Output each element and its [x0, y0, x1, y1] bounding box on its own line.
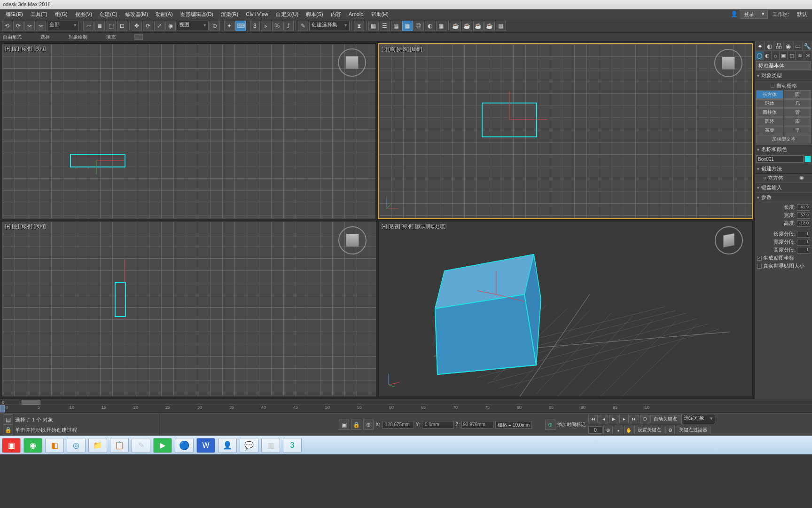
link-button[interactable]: ⫘: [24, 21, 35, 31]
obj-tube[interactable]: 管: [784, 108, 811, 117]
menu-tools[interactable]: 工具(T): [27, 10, 51, 19]
track-thumb[interactable]: [22, 400, 40, 405]
time-tag-icon[interactable]: ⊕: [545, 420, 555, 430]
viewport-front-label[interactable]: [+] [前] [标准] [线框]: [382, 46, 422, 53]
obj-torus[interactable]: 圆环: [756, 117, 783, 126]
menu-content[interactable]: 内容: [327, 10, 345, 19]
cameras-cat[interactable]: ▣: [780, 51, 788, 60]
window-crossing-button[interactable]: ⊡: [117, 21, 127, 31]
toggle-ribbon-button[interactable]: ▤: [391, 21, 401, 31]
wseg-spinner[interactable]: 1: [797, 239, 810, 246]
width-spinner[interactable]: 67.9: [797, 212, 810, 219]
task-app-5[interactable]: 📋: [110, 438, 129, 453]
task-app-8[interactable]: 👤: [218, 438, 237, 453]
key-filters-button[interactable]: 关键点过滤器: [676, 426, 710, 434]
schematic-view-button[interactable]: ⿻: [414, 21, 424, 31]
systems-cat[interactable]: ✲: [804, 51, 812, 60]
length-spinner[interactable]: 41.9: [797, 204, 810, 211]
use-pivot-button[interactable]: ⊙: [210, 21, 220, 31]
autogrid-check[interactable]: ☐ 自动栅格: [756, 81, 811, 90]
workspace-default[interactable]: 默认: [794, 11, 810, 18]
obj-plane[interactable]: 平: [784, 126, 811, 135]
track-bar[interactable]: 0: [0, 399, 812, 405]
select-rect-button[interactable]: ⬚: [106, 21, 116, 31]
task-wechat[interactable]: 💬: [240, 438, 258, 453]
lseg-spinner[interactable]: 1: [797, 231, 810, 238]
task-app-6[interactable]: ✎: [132, 438, 150, 453]
angle-snap-button[interactable]: ⦠: [261, 21, 271, 31]
y-coord-input[interactable]: [422, 421, 454, 429]
unlink-button[interactable]: ⫘: [36, 21, 46, 31]
rollout-method[interactable]: 创建方法: [755, 164, 812, 174]
menu-edit[interactable]: 编辑(E): [2, 10, 27, 19]
task-browser[interactable]: 🔵: [175, 438, 194, 453]
ribbon-populate[interactable]: 填充: [106, 34, 116, 40]
method-cube-radio[interactable]: ○ 立方体: [763, 175, 783, 182]
select-name-button[interactable]: ≣: [94, 21, 105, 31]
obj-textplus[interactable]: 加强型文本: [756, 135, 811, 143]
current-frame-input[interactable]: [588, 426, 602, 434]
viewport-left[interactable]: [+] [左] [标准] [线框]: [2, 221, 376, 397]
menu-rendering[interactable]: 渲染(R): [217, 10, 242, 19]
task-app-4[interactable]: ◎: [67, 438, 86, 453]
set-key-button[interactable]: 设置关键点: [634, 426, 664, 434]
obj-cone[interactable]: 圆: [784, 90, 811, 99]
align-button[interactable]: ▦: [368, 21, 379, 31]
height-spinner[interactable]: -12.0: [797, 220, 810, 227]
auto-key-button[interactable]: 自动关键点: [650, 415, 680, 423]
box-persp-view[interactable]: [430, 247, 553, 380]
viewport-left-label[interactable]: [+] [左] [标准] [线框]: [5, 223, 46, 230]
display-tab[interactable]: ▭: [793, 41, 803, 51]
utilities-tab[interactable]: 🔧: [803, 41, 812, 51]
obj-box[interactable]: 长方体: [756, 90, 783, 99]
x-coord-input[interactable]: [382, 421, 414, 429]
menu-grapheditors[interactable]: 图形编辑器(D): [177, 10, 217, 19]
menu-modifiers[interactable]: 修改器(M): [121, 10, 152, 19]
task-app-3[interactable]: ◧: [45, 438, 64, 453]
task-app-7[interactable]: ▶: [153, 438, 172, 453]
viewcube-left[interactable]: [338, 226, 367, 254]
render-button[interactable]: ▦: [496, 21, 506, 31]
isolate-button[interactable]: ▣: [339, 420, 349, 430]
key-target-dropdown[interactable]: 选定对象: [681, 414, 715, 424]
named-selection-sets[interactable]: 创建选择集: [309, 21, 350, 31]
pan-button[interactable]: ✋: [624, 426, 633, 434]
prev-frame-button[interactable]: ◂: [599, 415, 608, 423]
create-tab[interactable]: ✦: [755, 41, 765, 51]
menu-script[interactable]: 脚本(S): [302, 10, 327, 19]
menu-civilview[interactable]: Civil View: [242, 10, 272, 18]
curve-editor-button[interactable]: ▦: [402, 21, 413, 31]
maxscript-mini-icon[interactable]: ▤: [3, 414, 13, 425]
task-explorer[interactable]: 📁: [88, 438, 107, 453]
menu-group[interactable]: 组(G): [51, 10, 71, 19]
abs-rel-button[interactable]: ⊕: [363, 420, 374, 430]
obj-teapot[interactable]: 茶壶: [756, 126, 783, 135]
render-frame-button[interactable]: ☕: [451, 21, 461, 31]
keyboard-shortcut-button[interactable]: ⌨: [235, 21, 246, 31]
shapes-cat[interactable]: ◐: [763, 51, 771, 60]
obj-pyramid[interactable]: 四: [784, 117, 811, 126]
object-color-swatch[interactable]: [804, 156, 811, 162]
rollout-name[interactable]: 名称和颜色: [755, 144, 812, 154]
hseg-spinner[interactable]: 1: [797, 247, 810, 254]
selection-filter[interactable]: 全部: [47, 21, 79, 31]
time-config-button[interactable]: ⊕: [603, 426, 613, 434]
task-app-1[interactable]: ▣: [2, 438, 21, 453]
move-button[interactable]: ✥: [132, 21, 142, 31]
login-dropdown[interactable]: 登录: [740, 10, 768, 19]
viewport-persp-label[interactable]: [+] [透视] [标准] [默认明暗处理]: [382, 223, 445, 230]
rollout-params[interactable]: 参数: [755, 192, 812, 202]
menu-customize[interactable]: 自定义(U): [272, 10, 302, 19]
helpers-cat[interactable]: ◫: [788, 51, 796, 60]
goto-end-button[interactable]: ⏭: [630, 415, 639, 423]
render-active-button[interactable]: ☕: [484, 21, 495, 31]
lights-cat[interactable]: ☼: [772, 51, 780, 60]
next-frame-button[interactable]: ▸: [619, 415, 629, 423]
lock-button[interactable]: 🔒: [351, 420, 361, 430]
viewcube-persp[interactable]: [715, 226, 743, 254]
add-time-tag[interactable]: 添加时间标记: [557, 421, 586, 428]
viewcube-top[interactable]: [338, 48, 366, 77]
viewport-perspective[interactable]: [+] [透视] [标准] [默认明暗处理]: [378, 221, 753, 397]
task-app-2[interactable]: ◉: [23, 438, 42, 453]
ribbon-selection[interactable]: 选择: [40, 34, 50, 40]
